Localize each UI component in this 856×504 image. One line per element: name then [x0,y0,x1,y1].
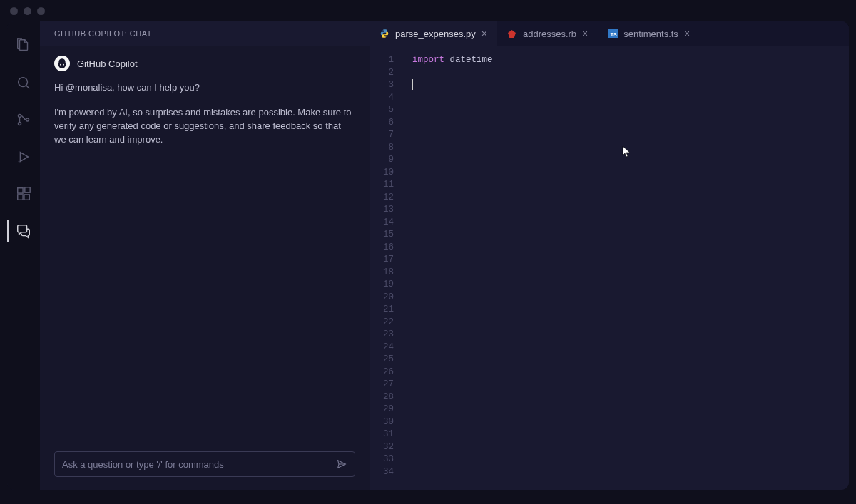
ts-file-icon: TS [608,29,618,38]
line-number: 21 [370,304,394,317]
source-control-icon[interactable] [15,111,32,128]
close-icon[interactable]: × [482,29,487,38]
chat-input[interactable] [54,451,355,477]
line-number: 30 [370,416,394,429]
line-number: 32 [370,441,394,454]
svg-point-0 [19,78,28,87]
svg-rect-9 [24,195,29,200]
line-number-gutter: 1234567891011121314151617181920212223242… [370,54,404,490]
send-icon[interactable] [336,458,347,470]
svg-marker-11 [509,30,516,38]
files-icon[interactable] [15,37,32,54]
svg-point-4 [26,118,29,121]
extensions-icon[interactable] [15,185,32,202]
line-number: 11 [370,179,394,192]
line-number: 9 [370,154,394,167]
line-number: 6 [370,117,394,130]
ruby-file-icon [507,29,517,38]
svg-marker-5 [20,153,28,162]
svg-rect-8 [18,195,23,200]
code-content[interactable]: import datetime [404,54,849,490]
svg-point-3 [18,122,21,125]
line-number: 4 [370,92,394,105]
line-number: 2 [370,67,394,80]
copilot-avatar-icon [54,56,70,71]
line-number: 29 [370,403,394,416]
window-minimize-dot[interactable] [24,7,31,15]
tab-bar: parse_expenses.py × addresses.rb × TS se… [370,21,849,46]
chat-disclaimer: I'm powered by AI, so surprises and mist… [54,106,355,147]
window-titlebar [0,0,856,21]
svg-text:TS: TS [610,31,616,36]
tab-label: parse_expenses.py [395,29,476,39]
app-frame: GITHUB COPILOT: CHAT GitHub Copilot Hi @… [7,21,849,490]
window-zoom-dot[interactable] [37,7,45,15]
chat-input-container [54,451,355,490]
line-number: 20 [370,292,394,304]
search-icon[interactable] [15,74,32,91]
line-number: 12 [370,192,394,205]
line-number: 28 [370,391,394,404]
chat-text-input[interactable] [62,459,336,470]
bot-name-label: GitHub Copilot [77,58,138,69]
svg-point-2 [18,114,21,117]
line-number: 8 [370,142,394,155]
line-number: 24 [370,341,394,354]
tab-addresses[interactable]: addresses.rb × [497,21,598,46]
line-number: 5 [370,104,394,117]
bot-identity-row: GitHub Copilot [54,56,355,71]
line-number: 17 [370,254,394,267]
svg-rect-7 [18,188,23,193]
line-number: 18 [370,267,394,279]
line-number: 14 [370,217,394,230]
line-number: 27 [370,379,394,391]
line-number: 33 [370,453,394,466]
activity-bar [7,21,40,490]
line-number: 7 [370,129,394,142]
chat-icon[interactable] [15,222,32,240]
close-icon[interactable]: × [582,29,588,38]
svg-point-6 [19,161,20,163]
line-number: 22 [370,317,394,329]
python-file-icon [379,29,389,38]
tab-parse-expenses[interactable]: parse_expenses.py × [370,21,497,46]
line-number: 26 [370,366,394,379]
close-icon[interactable]: × [684,29,690,38]
tab-sentiments[interactable]: TS sentiments.ts × [598,21,700,46]
line-number: 19 [370,279,394,292]
panel-title: GITHUB COPILOT: CHAT [40,21,370,46]
line-number: 10 [370,167,394,180]
tab-label: sentiments.ts [623,29,678,39]
run-debug-icon[interactable] [15,148,32,165]
editor-group: parse_expenses.py × addresses.rb × TS se… [370,21,849,490]
copilot-chat-panel: GITHUB COPILOT: CHAT GitHub Copilot Hi @… [40,21,370,490]
line-number: 15 [370,229,394,242]
chat-body: GitHub Copilot Hi @monalisa, how can I h… [40,46,370,490]
line-number: 3 [370,79,394,92]
svg-rect-10 [25,187,30,192]
line-number: 23 [370,329,394,341]
line-number: 13 [370,204,394,217]
tab-label: addresses.rb [523,29,576,39]
window-close-dot[interactable] [10,7,18,15]
line-number: 25 [370,354,394,366]
line-number: 1 [370,54,394,67]
line-number: 31 [370,428,394,441]
chat-greeting: Hi @monalisa, how can I help you? [54,81,355,95]
line-number: 16 [370,242,394,254]
svg-line-1 [26,86,30,89]
code-editor[interactable]: 1234567891011121314151617181920212223242… [370,46,849,490]
line-number: 34 [370,466,394,479]
